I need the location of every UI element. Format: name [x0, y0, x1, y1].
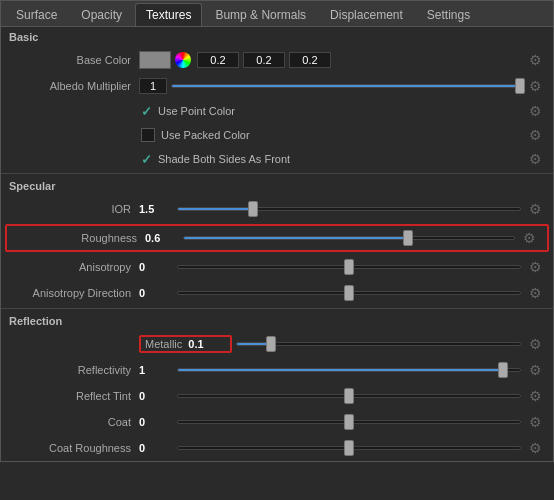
coat-row: Coat 0 ⚙: [1, 409, 553, 435]
ior-thumb[interactable]: [248, 201, 258, 217]
ior-gear[interactable]: ⚙: [525, 199, 545, 219]
shade-both-sides-gear[interactable]: ⚙: [525, 149, 545, 169]
ior-value: 1.5: [139, 203, 171, 215]
metallic-value: 0.1: [188, 338, 220, 350]
coat-value: 0: [139, 416, 171, 428]
anisotropy-slider[interactable]: [177, 259, 521, 275]
base-color-label: Base Color: [9, 54, 139, 66]
tab-bump-normals[interactable]: Bump & Normals: [204, 3, 317, 26]
use-packed-color-checkbox[interactable]: [141, 128, 155, 142]
color-picker-icon[interactable]: [175, 52, 191, 68]
anisotropy-content: 0: [139, 259, 521, 275]
base-color-gear[interactable]: ⚙: [525, 50, 545, 70]
metallic-gear[interactable]: ⚙: [525, 334, 545, 354]
base-color-r[interactable]: [197, 52, 239, 68]
ior-fill: [178, 208, 253, 210]
albedo-label: Albedo Multiplier: [9, 80, 139, 92]
reflectivity-value: 1: [139, 364, 171, 376]
anisotropy-dir-gear[interactable]: ⚙: [525, 283, 545, 303]
base-color-b[interactable]: [289, 52, 331, 68]
reflect-tint-label: Reflect Tint: [9, 390, 139, 402]
coat-content: 0: [139, 414, 521, 430]
use-point-color-gear[interactable]: ⚙: [525, 101, 545, 121]
anisotropy-gear[interactable]: ⚙: [525, 257, 545, 277]
anisotropy-dir-track: [177, 291, 521, 295]
use-point-color-label: Use Point Color: [158, 105, 235, 117]
coat-roughness-track: [177, 446, 521, 450]
coat-track: [177, 420, 521, 424]
metallic-content: Metallic 0.1: [139, 335, 521, 353]
anisotropy-thumb[interactable]: [344, 259, 354, 275]
coat-roughness-slider[interactable]: [177, 440, 521, 456]
base-color-g[interactable]: [243, 52, 285, 68]
base-color-swatch[interactable]: [139, 51, 171, 69]
anisotropy-dir-thumb[interactable]: [344, 285, 354, 301]
roughness-slider[interactable]: [183, 230, 515, 246]
use-packed-color-gear[interactable]: ⚙: [525, 125, 545, 145]
anisotropy-value: 0: [139, 261, 171, 273]
metallic-label: Metallic: [145, 338, 182, 350]
basic-divider: [1, 173, 553, 174]
anisotropy-dir-row: Anisotropy Direction 0 ⚙: [1, 280, 553, 306]
tab-displacement[interactable]: Displacement: [319, 3, 414, 26]
tab-surface[interactable]: Surface: [5, 3, 68, 26]
roughness-gear[interactable]: ⚙: [519, 228, 539, 248]
use-point-color-check: ✓: [141, 104, 152, 119]
coat-label: Coat: [9, 416, 139, 428]
roughness-label: Roughness: [15, 232, 145, 244]
coat-roughness-value: 0: [139, 442, 171, 454]
shade-both-sides-label: Shade Both Sides As Front: [158, 153, 290, 165]
ior-row: IOR 1.5 ⚙: [1, 196, 553, 222]
tab-opacity[interactable]: Opacity: [70, 3, 133, 26]
anisotropy-track: [177, 265, 521, 269]
reflectivity-row: Reflectivity 1 ⚙: [1, 357, 553, 383]
reflect-tint-content: 0: [139, 388, 521, 404]
shade-both-sides-check: ✓: [141, 152, 152, 167]
roughness-thumb[interactable]: [403, 230, 413, 246]
reflectivity-thumb[interactable]: [498, 362, 508, 378]
shade-both-sides-row: ✓ Shade Both Sides As Front ⚙: [1, 147, 553, 171]
reflect-tint-gear[interactable]: ⚙: [525, 386, 545, 406]
reflectivity-gear[interactable]: ⚙: [525, 360, 545, 380]
tab-settings[interactable]: Settings: [416, 3, 481, 26]
tab-textures[interactable]: Textures: [135, 3, 202, 26]
albedo-thumb[interactable]: [515, 78, 525, 94]
albedo-multiplier-row: Albedo Multiplier ⚙: [1, 73, 553, 99]
ior-slider[interactable]: [177, 201, 521, 217]
reflection-section-header: Reflection: [1, 311, 553, 331]
ior-content: 1.5: [139, 201, 521, 217]
reflectivity-content: 1: [139, 362, 521, 378]
ior-track: [177, 207, 521, 211]
albedo-value[interactable]: [139, 78, 167, 94]
reflect-tint-row: Reflect Tint 0 ⚙: [1, 383, 553, 409]
reflectivity-fill: [178, 369, 503, 371]
reflect-tint-track: [177, 394, 521, 398]
reflect-tint-slider[interactable]: [177, 388, 521, 404]
coat-roughness-gear[interactable]: ⚙: [525, 438, 545, 458]
coat-roughness-thumb[interactable]: [344, 440, 354, 456]
base-color-content: [139, 51, 521, 69]
coat-roughness-row: Coat Roughness 0 ⚙: [1, 435, 553, 461]
reflectivity-slider[interactable]: [177, 362, 521, 378]
anisotropy-dir-slider[interactable]: [177, 285, 521, 301]
coat-slider[interactable]: [177, 414, 521, 430]
reflectivity-track: [177, 368, 521, 372]
use-point-color-row: ✓ Use Point Color ⚙: [1, 99, 553, 123]
albedo-gear[interactable]: ⚙: [525, 76, 545, 96]
coat-thumb[interactable]: [344, 414, 354, 430]
albedo-fill: [172, 85, 520, 87]
roughness-track: [183, 236, 515, 240]
reflect-tint-thumb[interactable]: [344, 388, 354, 404]
albedo-slider[interactable]: [171, 78, 521, 94]
coat-gear[interactable]: ⚙: [525, 412, 545, 432]
metallic-track: [236, 342, 521, 346]
metallic-thumb[interactable]: [266, 336, 276, 352]
anisotropy-dir-value: 0: [139, 287, 171, 299]
metallic-slider[interactable]: [236, 336, 521, 352]
roughness-value: 0.6: [145, 232, 177, 244]
specular-divider: [1, 308, 553, 309]
coat-roughness-content: 0: [139, 440, 521, 456]
tab-bar: Surface Opacity Textures Bump & Normals …: [1, 1, 553, 27]
metallic-highlight: Metallic 0.1: [139, 335, 232, 353]
ior-label: IOR: [9, 203, 139, 215]
